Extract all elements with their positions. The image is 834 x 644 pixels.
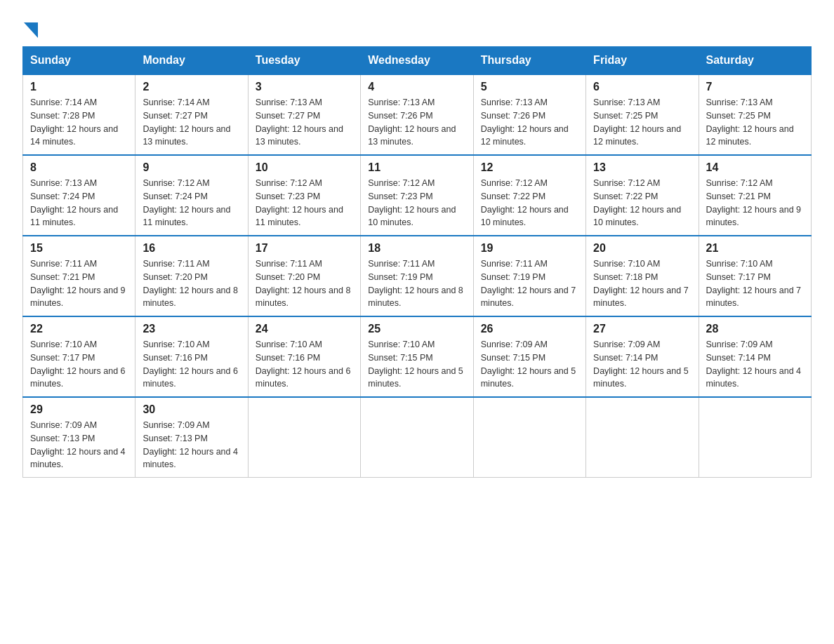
header-sunday: Sunday xyxy=(23,47,135,75)
day-info: Sunrise: 7:11 AMSunset: 7:20 PMDaylight:… xyxy=(143,259,238,308)
day-info: Sunrise: 7:13 AMSunset: 7:25 PMDaylight:… xyxy=(706,98,794,147)
calendar-cell xyxy=(248,397,360,478)
day-number: 21 xyxy=(706,242,804,255)
day-info: Sunrise: 7:12 AMSunset: 7:22 PMDaylight:… xyxy=(481,178,569,227)
calendar-cell xyxy=(361,397,473,478)
calendar-cell: 28 Sunrise: 7:09 AMSunset: 7:14 PMDaylig… xyxy=(699,316,811,397)
day-info: Sunrise: 7:10 AMSunset: 7:15 PMDaylight:… xyxy=(368,340,463,389)
day-info: Sunrise: 7:09 AMSunset: 7:13 PMDaylight:… xyxy=(30,420,126,469)
day-info: Sunrise: 7:13 AMSunset: 7:25 PMDaylight:… xyxy=(593,98,681,147)
day-info: Sunrise: 7:09 AMSunset: 7:14 PMDaylight:… xyxy=(706,340,802,389)
day-number: 6 xyxy=(593,81,691,93)
day-number: 13 xyxy=(593,161,691,174)
calendar-cell: 24 Sunrise: 7:10 AMSunset: 7:16 PMDaylig… xyxy=(248,316,360,397)
day-info: Sunrise: 7:13 AMSunset: 7:26 PMDaylight:… xyxy=(368,98,456,147)
day-info: Sunrise: 7:11 AMSunset: 7:19 PMDaylight:… xyxy=(368,259,463,308)
day-info: Sunrise: 7:12 AMSunset: 7:21 PMDaylight:… xyxy=(706,178,802,227)
day-info: Sunrise: 7:10 AMSunset: 7:17 PMDaylight:… xyxy=(706,259,802,308)
calendar-cell: 1 Sunrise: 7:14 AMSunset: 7:28 PMDayligh… xyxy=(23,74,135,155)
calendar-cell: 3 Sunrise: 7:13 AMSunset: 7:27 PMDayligh… xyxy=(248,74,360,155)
day-number: 19 xyxy=(481,242,578,255)
day-number: 29 xyxy=(30,403,128,416)
day-info: Sunrise: 7:12 AMSunset: 7:23 PMDaylight:… xyxy=(256,178,343,227)
day-info: Sunrise: 7:13 AMSunset: 7:26 PMDaylight:… xyxy=(481,98,569,147)
calendar-cell: 8 Sunrise: 7:13 AMSunset: 7:24 PMDayligh… xyxy=(23,155,135,236)
day-number: 23 xyxy=(143,323,240,335)
page-header xyxy=(22,17,812,38)
day-info: Sunrise: 7:10 AMSunset: 7:17 PMDaylight:… xyxy=(30,340,126,389)
calendar-cell: 9 Sunrise: 7:12 AMSunset: 7:24 PMDayligh… xyxy=(135,155,248,236)
day-number: 8 xyxy=(30,161,128,174)
day-info: Sunrise: 7:12 AMSunset: 7:22 PMDaylight:… xyxy=(593,178,681,227)
day-number: 12 xyxy=(481,161,578,174)
day-number: 27 xyxy=(593,323,691,335)
day-number: 24 xyxy=(256,323,353,335)
day-number: 9 xyxy=(143,161,240,174)
day-info: Sunrise: 7:11 AMSunset: 7:19 PMDaylight:… xyxy=(481,259,576,308)
day-info: Sunrise: 7:10 AMSunset: 7:16 PMDaylight:… xyxy=(256,340,351,389)
calendar-week-row: 1 Sunrise: 7:14 AMSunset: 7:28 PMDayligh… xyxy=(23,74,812,155)
calendar-cell: 21 Sunrise: 7:10 AMSunset: 7:17 PMDaylig… xyxy=(699,236,811,316)
day-number: 25 xyxy=(368,323,465,335)
header-thursday: Thursday xyxy=(473,47,585,75)
calendar-week-row: 29 Sunrise: 7:09 AMSunset: 7:13 PMDaylig… xyxy=(23,397,812,478)
day-number: 14 xyxy=(706,161,804,174)
calendar-cell: 5 Sunrise: 7:13 AMSunset: 7:26 PMDayligh… xyxy=(473,74,585,155)
day-number: 10 xyxy=(256,161,353,174)
calendar-week-row: 8 Sunrise: 7:13 AMSunset: 7:24 PMDayligh… xyxy=(23,155,812,236)
day-info: Sunrise: 7:10 AMSunset: 7:16 PMDaylight:… xyxy=(143,340,238,389)
calendar-cell: 10 Sunrise: 7:12 AMSunset: 7:23 PMDaylig… xyxy=(248,155,360,236)
day-info: Sunrise: 7:09 AMSunset: 7:15 PMDaylight:… xyxy=(481,340,576,389)
calendar-cell: 17 Sunrise: 7:11 AMSunset: 7:20 PMDaylig… xyxy=(248,236,360,316)
day-number: 4 xyxy=(368,81,465,93)
calendar-cell: 18 Sunrise: 7:11 AMSunset: 7:19 PMDaylig… xyxy=(361,236,473,316)
header-monday: Monday xyxy=(135,47,248,75)
day-number: 15 xyxy=(30,242,128,255)
calendar-cell: 19 Sunrise: 7:11 AMSunset: 7:19 PMDaylig… xyxy=(473,236,585,316)
calendar-cell: 22 Sunrise: 7:10 AMSunset: 7:17 PMDaylig… xyxy=(23,316,135,397)
day-number: 7 xyxy=(706,81,804,93)
day-info: Sunrise: 7:09 AMSunset: 7:14 PMDaylight:… xyxy=(593,340,689,389)
logo xyxy=(22,22,38,38)
calendar-cell xyxy=(586,397,699,478)
calendar-cell: 7 Sunrise: 7:13 AMSunset: 7:25 PMDayligh… xyxy=(699,74,811,155)
header-wednesday: Wednesday xyxy=(361,47,473,75)
day-info: Sunrise: 7:14 AMSunset: 7:28 PMDaylight:… xyxy=(30,98,118,147)
day-number: 18 xyxy=(368,242,465,255)
day-info: Sunrise: 7:14 AMSunset: 7:27 PMDaylight:… xyxy=(143,98,230,147)
calendar-cell: 25 Sunrise: 7:10 AMSunset: 7:15 PMDaylig… xyxy=(361,316,473,397)
calendar-cell: 27 Sunrise: 7:09 AMSunset: 7:14 PMDaylig… xyxy=(586,316,699,397)
day-number: 30 xyxy=(143,403,240,416)
calendar-week-row: 15 Sunrise: 7:11 AMSunset: 7:21 PMDaylig… xyxy=(23,236,812,316)
calendar-cell: 23 Sunrise: 7:10 AMSunset: 7:16 PMDaylig… xyxy=(135,316,248,397)
day-info: Sunrise: 7:12 AMSunset: 7:24 PMDaylight:… xyxy=(143,178,230,227)
day-number: 2 xyxy=(143,81,240,93)
calendar-cell xyxy=(699,397,811,478)
svg-marker-0 xyxy=(24,22,38,38)
calendar-cell: 6 Sunrise: 7:13 AMSunset: 7:25 PMDayligh… xyxy=(586,74,699,155)
calendar-table: SundayMondayTuesdayWednesdayThursdayFrid… xyxy=(22,46,812,478)
header-saturday: Saturday xyxy=(699,47,811,75)
calendar-cell: 2 Sunrise: 7:14 AMSunset: 7:27 PMDayligh… xyxy=(135,74,248,155)
day-number: 11 xyxy=(368,161,465,174)
logo-arrow-icon xyxy=(24,22,38,38)
day-info: Sunrise: 7:10 AMSunset: 7:18 PMDaylight:… xyxy=(593,259,689,308)
day-info: Sunrise: 7:13 AMSunset: 7:24 PMDaylight:… xyxy=(30,178,118,227)
calendar-cell: 13 Sunrise: 7:12 AMSunset: 7:22 PMDaylig… xyxy=(586,155,699,236)
calendar-cell: 11 Sunrise: 7:12 AMSunset: 7:23 PMDaylig… xyxy=(361,155,473,236)
calendar-header-row: SundayMondayTuesdayWednesdayThursdayFrid… xyxy=(23,47,812,75)
day-number: 22 xyxy=(30,323,128,335)
header-tuesday: Tuesday xyxy=(248,47,360,75)
calendar-cell: 14 Sunrise: 7:12 AMSunset: 7:21 PMDaylig… xyxy=(699,155,811,236)
day-info: Sunrise: 7:11 AMSunset: 7:21 PMDaylight:… xyxy=(30,259,126,308)
day-info: Sunrise: 7:12 AMSunset: 7:23 PMDaylight:… xyxy=(368,178,456,227)
calendar-week-row: 22 Sunrise: 7:10 AMSunset: 7:17 PMDaylig… xyxy=(23,316,812,397)
calendar-cell: 30 Sunrise: 7:09 AMSunset: 7:13 PMDaylig… xyxy=(135,397,248,478)
calendar-cell: 4 Sunrise: 7:13 AMSunset: 7:26 PMDayligh… xyxy=(361,74,473,155)
calendar-cell: 15 Sunrise: 7:11 AMSunset: 7:21 PMDaylig… xyxy=(23,236,135,316)
calendar-cell: 12 Sunrise: 7:12 AMSunset: 7:22 PMDaylig… xyxy=(473,155,585,236)
day-number: 20 xyxy=(593,242,691,255)
calendar-cell: 26 Sunrise: 7:09 AMSunset: 7:15 PMDaylig… xyxy=(473,316,585,397)
day-info: Sunrise: 7:11 AMSunset: 7:20 PMDaylight:… xyxy=(256,259,351,308)
calendar-cell: 20 Sunrise: 7:10 AMSunset: 7:18 PMDaylig… xyxy=(586,236,699,316)
